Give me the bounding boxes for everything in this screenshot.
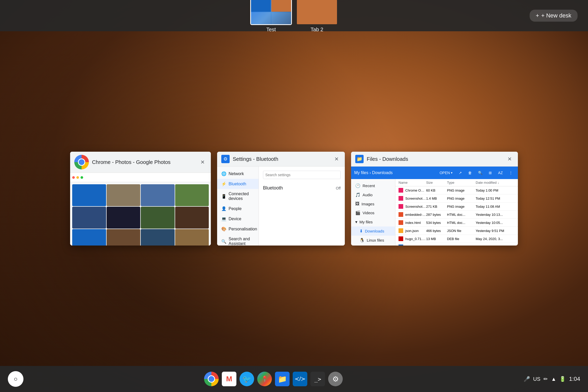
files-sidebar-item-myfiles[interactable]: ▾ My files xyxy=(351,217,395,226)
file-type: PNG image xyxy=(447,197,476,200)
twitter-app-icon[interactable]: 🐦 xyxy=(240,372,254,386)
table-row[interactable]: embedded-tweets.html 287 bytes HTML doc.… xyxy=(395,211,518,219)
desk-tab-thumb-test[interactable] xyxy=(250,0,292,25)
files-more-button[interactable]: ⋮ xyxy=(507,170,515,176)
chrome-photos-close-button[interactable]: ✕ xyxy=(198,158,207,166)
desk-tab-label-test: Test xyxy=(266,27,276,33)
files-breadcrumb: My files › Downloads xyxy=(354,170,435,175)
files-sidebar-item-linux[interactable]: 🐧 Linux files xyxy=(351,236,395,245)
file-date: Today 12:51 PM xyxy=(476,197,515,200)
file-size: 466 bytes xyxy=(426,229,447,233)
settings-sidebar-item-network[interactable]: 🌐 Network xyxy=(217,169,259,179)
files-window-title: Files - Downloads xyxy=(367,156,505,162)
files-app-icon[interactable]: 📁 xyxy=(275,372,290,386)
photo-cell xyxy=(141,207,175,229)
file-name-cell: index.html xyxy=(399,220,426,225)
taskbar-left: ○ xyxy=(8,371,23,387)
file-size: 1.4 MB xyxy=(426,197,447,200)
table-row[interactable]: Chrome OS 83 update.png 60 KB PNG image … xyxy=(395,186,518,194)
new-desk-button[interactable]: + + New desk xyxy=(530,10,578,22)
table-row[interactable]: hugo_0.71.0_Linux-64bit.deb 13 MB DEB fi… xyxy=(395,235,518,243)
files-sidebar-item-recent[interactable]: 🕐 Recent xyxy=(351,181,395,190)
file-size: 287 bytes xyxy=(426,213,447,217)
table-row[interactable]: index.html 534 bytes HTML doc... Yesterd… xyxy=(395,219,518,227)
bluetooth-setting-row: Bluetooth Off xyxy=(263,183,341,193)
settings-sidebar-item-device[interactable]: 💻 Device xyxy=(217,214,259,224)
file-type-icon xyxy=(399,188,403,193)
minimize-dot xyxy=(76,176,79,179)
files-search-button[interactable]: 🔍 xyxy=(476,170,485,176)
status-area[interactable]: 🎤 US ✏ ▲ 🔋 1:04 xyxy=(524,376,580,382)
settings-window-icon: ⚙ xyxy=(221,155,230,163)
files-close-button[interactable]: ✕ xyxy=(505,155,514,163)
maps-app-icon[interactable]: 📍 xyxy=(257,372,272,386)
file-type: DEB file xyxy=(447,237,476,241)
chevron-down-icon: ▾ xyxy=(355,219,357,224)
chrome-app-icon[interactable] xyxy=(204,372,219,386)
desk-tab-thumb-tab2[interactable] xyxy=(296,0,338,25)
close-dot xyxy=(72,176,75,179)
table-row[interactable]: headshot.jpeg 30 KB JPEG image May 24, 2… xyxy=(395,243,518,246)
launcher-button[interactable]: ○ xyxy=(8,371,23,387)
file-type: JPEG image xyxy=(447,245,476,246)
files-grid-button[interactable]: ⊞ xyxy=(487,170,494,176)
locale-indicator: US xyxy=(533,376,541,382)
settings-sidebar-item-connected[interactable]: 📱 Connected devices xyxy=(217,189,259,204)
taskbar: ○ M 🐦 📍 📁 ≺/≻ _> ⚙ 🎤 US ✏ ▲ 🔋 1:04 xyxy=(0,366,588,392)
vscode-app-icon[interactable]: ≺/≻ xyxy=(293,372,307,386)
files-sidebar-item-audio[interactable]: 🎵 Audio xyxy=(351,190,395,199)
files-sidebar-item-play[interactable]: ▶ Play files xyxy=(351,245,395,246)
mic-icon[interactable]: 🎤 xyxy=(524,376,530,382)
files-delete-button[interactable]: 🗑 xyxy=(466,170,474,176)
file-type: PNG image xyxy=(447,188,476,192)
settings-app-icon[interactable]: ⚙ xyxy=(328,372,343,386)
desk-tab-label-tab2: Tab 2 xyxy=(311,27,323,33)
file-date: Yesterday 10:05... xyxy=(476,221,515,225)
table-row[interactable]: Screenshot 2020-05-28 at 11.08.43... 271… xyxy=(395,203,518,211)
files-titlebar: 📁 Files - Downloads ✕ xyxy=(351,152,518,167)
files-content: My files › Downloads OPEN ▾ ↗ 🗑 🔍 ⊞ xyxy=(351,167,518,246)
files-sidebar-item-images[interactable]: 🖼 Images xyxy=(351,199,395,208)
bluetooth-status[interactable]: Off xyxy=(336,186,341,190)
photo-cell xyxy=(72,184,106,206)
photo-cell xyxy=(72,207,106,229)
delete-icon: 🗑 xyxy=(468,171,472,175)
linux-files-icon: 🐧 xyxy=(359,238,365,243)
file-name-text: Screenshot 2020-05-28 at 11.08.43... xyxy=(405,205,426,209)
file-name-cell: Chrome OS 83 update.png xyxy=(399,188,426,193)
network-icon: 🌐 xyxy=(221,171,226,176)
file-type-icon xyxy=(399,196,403,201)
settings-search-input[interactable] xyxy=(263,171,341,179)
desk-tab-tab2[interactable]: Tab 2 xyxy=(296,0,338,33)
file-type: JSON file xyxy=(447,229,476,233)
files-sidebar-item-videos[interactable]: 🎬 Videos xyxy=(351,208,395,217)
file-type-icon xyxy=(399,220,403,225)
settings-sidebar-item-personalisation[interactable]: 🎨 Personalisation xyxy=(217,224,259,234)
file-date: May 24, 2020, 1... xyxy=(476,245,515,246)
table-row[interactable]: json.json 466 bytes JSON file Yesterday … xyxy=(395,227,518,235)
file-name-cell: Screenshot 2020-05-28 at 12.51.56... xyxy=(399,196,426,201)
files-downloads-window[interactable]: 📁 Files - Downloads ✕ My files › Downloa… xyxy=(351,152,518,246)
settings-close-button[interactable]: ✕ xyxy=(332,155,341,163)
audio-icon: 🎵 xyxy=(355,192,360,197)
settings-sidebar-item-people[interactable]: 👤 People xyxy=(217,204,259,214)
file-date: Yesterday 9:51 PM xyxy=(476,229,515,233)
files-share-button[interactable]: ↗ xyxy=(457,170,464,176)
file-name-text: headshot.jpeg xyxy=(405,245,426,246)
file-date: Today 1:00 PM xyxy=(476,188,515,192)
settings-bluetooth-window[interactable]: ⚙ Settings - Bluetooth ✕ 🌐 Network ⚡ Blu… xyxy=(217,152,345,246)
desk-tab-test[interactable]: Test xyxy=(250,0,292,33)
new-desk-label: + New desk xyxy=(541,12,571,19)
files-table-header: Name Size Type Date modified ↓ xyxy=(395,179,518,186)
files-sort-button[interactable]: AZ xyxy=(496,170,505,176)
files-open-button[interactable]: OPEN ▾ xyxy=(437,170,455,176)
table-row[interactable]: Screenshot 2020-05-28 at 12.51.56... 1.4… xyxy=(395,194,518,203)
file-type: HTML doc... xyxy=(447,221,476,225)
chrome-photos-window[interactable]: Chrome - Photos - Google Photos ✕ xyxy=(70,152,211,246)
settings-main: Bluetooth Off xyxy=(259,167,345,246)
gmail-app-icon[interactable]: M xyxy=(222,372,236,386)
terminal-app-icon[interactable]: _> xyxy=(310,372,325,386)
settings-sidebar-item-bluetooth[interactable]: ⚡ Bluetooth xyxy=(217,179,259,189)
settings-sidebar-item-search[interactable]: 🔍 Search and Assistant xyxy=(217,234,259,246)
files-sidebar-item-downloads[interactable]: ⬇ Downloads xyxy=(351,226,395,236)
